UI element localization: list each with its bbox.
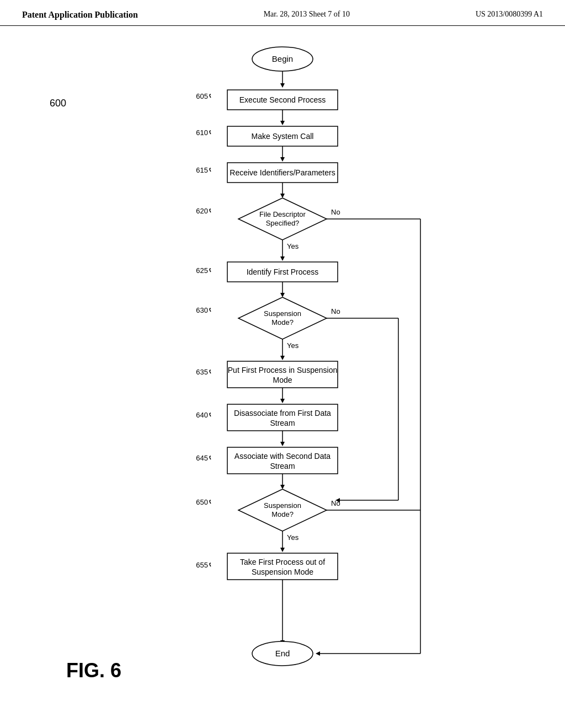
step-615-label: 615 (196, 166, 208, 174)
step-640-label: 640 (196, 411, 208, 419)
svg-marker-37 (280, 485, 285, 489)
step-655-label: 655 (196, 561, 208, 569)
step-605-text: Execute Second Process (239, 95, 326, 104)
step-655-text1: Take First Process out of (240, 558, 325, 566)
step-625-label: 625 (196, 266, 208, 275)
step-615-text: Receive Identifiers/Parameters (230, 168, 335, 177)
svg-marker-21 (280, 293, 285, 297)
svg-marker-34 (280, 442, 285, 446)
step-650-yes: Yes (287, 533, 299, 542)
step-620-no: No (331, 208, 340, 216)
step-645-text1: Associate with Second Data (234, 452, 331, 461)
step-630-no: No (331, 307, 340, 315)
svg-marker-11 (280, 194, 285, 198)
flowchart-svg: Begin 605 Execute Second Process 610 Mak… (111, 37, 454, 677)
svg-marker-5 (280, 121, 285, 125)
step-635-text1: Put First Process in Suspension (228, 366, 337, 374)
step-630-label: 630 (196, 306, 208, 314)
svg-marker-41 (280, 548, 285, 552)
svg-marker-2 (280, 83, 285, 88)
step-620-text2: Specified? (266, 219, 300, 227)
svg-marker-16 (316, 651, 320, 656)
end-label: End (275, 649, 290, 658)
page-header: Patent Application Publication Mar. 28, … (0, 0, 565, 26)
step-630-text2: Mode? (271, 318, 294, 326)
figure-ref-label: 600 (50, 98, 66, 109)
step-640-text1: Disassociate from First Data (234, 409, 331, 417)
step-650-no: No (331, 499, 340, 507)
svg-marker-18 (280, 256, 285, 261)
header-patent-number: US 2013/0080399 A1 (476, 10, 543, 20)
svg-marker-8 (280, 157, 285, 162)
step-635-text2: Mode (273, 376, 292, 384)
step-640-text2: Stream (270, 419, 295, 427)
header-publication: Patent Application Publication (22, 10, 138, 20)
step-630-text1: Suspension (264, 309, 301, 318)
step-635-label: 635 (196, 368, 208, 376)
step-630-yes: Yes (287, 341, 299, 350)
step-605-label: 605 (196, 92, 208, 100)
step-650-label: 650 (196, 498, 208, 506)
step-650-text2: Mode? (271, 510, 294, 518)
header-date-sheet: Mar. 28, 2013 Sheet 7 of 10 (264, 10, 350, 20)
figure-label: FIG. 6 (66, 659, 121, 682)
step-645-label: 645 (196, 454, 208, 462)
diagram-area: 600 Begin 605 Execute Second Process 610… (0, 26, 565, 699)
step-620-yes: Yes (287, 242, 299, 250)
step-625-text: Identify First Process (247, 267, 319, 276)
step-620-text1: File Descriptor (259, 210, 306, 218)
step-655-text2: Suspension Mode (252, 568, 313, 576)
step-610-text: Make System Call (252, 132, 314, 141)
step-645-text2: Stream (270, 462, 295, 470)
step-650-text1: Suspension (264, 501, 301, 510)
svg-marker-28 (280, 356, 285, 360)
svg-marker-31 (280, 399, 285, 403)
step-620-label: 620 (196, 207, 208, 215)
begin-label: Begin (272, 54, 293, 63)
step-610-label: 610 (196, 129, 208, 137)
